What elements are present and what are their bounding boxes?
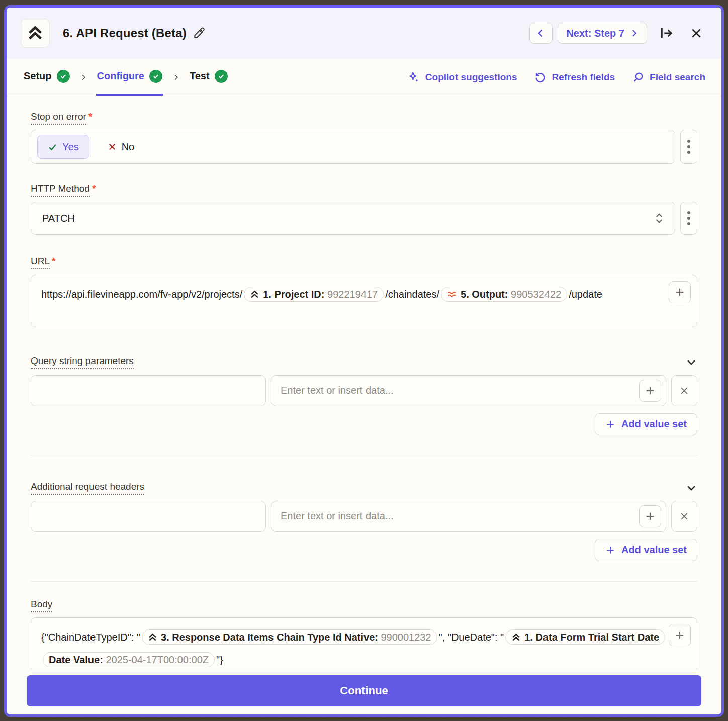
plus-icon (674, 629, 685, 641)
stop-on-error-label: Stop on error* (31, 111, 92, 125)
output-pill[interactable]: 5. Output: 990532422 (441, 287, 567, 302)
filevine-step-icon (511, 633, 521, 642)
step-title: 6. API Request (Beta) (63, 26, 187, 40)
query-param-remove-button[interactable] (671, 375, 697, 406)
open-side-panel-button[interactable] (655, 22, 677, 44)
copilot-suggestions-button[interactable]: Copilot suggestions (407, 71, 517, 84)
query-params-collapse-button[interactable] (685, 356, 697, 368)
tab-separator-icon (80, 74, 87, 81)
request-header-remove-button[interactable] (671, 501, 697, 532)
sparkle-icon (407, 71, 420, 84)
panel-expand-icon (659, 26, 674, 41)
filevine-logo-icon (27, 25, 44, 42)
plus-icon (674, 287, 685, 298)
tab-setup[interactable]: Setup (23, 59, 71, 96)
configure-form: Stop on error* Yes No HTTP Method* (7, 96, 721, 714)
body-field[interactable]: {"ChainDateTypeID": "3. Response Data It… (31, 617, 697, 670)
url-field[interactable]: https://api.filevineapp.com/fv-app/v2/pr… (31, 275, 697, 327)
required-asterisk: * (92, 183, 96, 194)
http-method-select[interactable]: PATCH (31, 202, 675, 235)
query-params-add-value-set-button[interactable]: Add value set (595, 413, 697, 435)
chain-type-id-pill[interactable]: 3. Response Data Items Chain Type Id Nat… (142, 629, 437, 645)
plus-icon (645, 385, 656, 396)
previous-step-button[interactable] (529, 23, 553, 44)
refresh-fields-label: Refresh fields (552, 72, 615, 83)
request-header-key-input[interactable] (31, 501, 266, 532)
body-label: Body (31, 599, 52, 612)
stop-on-error-yes-option[interactable]: Yes (37, 135, 89, 159)
request-header-value-input[interactable]: Enter text or insert data... (271, 501, 666, 532)
tab-configure[interactable]: Configure (96, 59, 163, 96)
tab-setup-label: Setup (24, 70, 52, 82)
body-text-1: {"ChainDateTypeID": " (41, 632, 140, 643)
http-method-label: HTTP Method* (31, 183, 96, 197)
chevron-left-icon (536, 28, 546, 38)
search-icon (632, 71, 645, 83)
query-param-value-input[interactable]: Enter text or insert data... (271, 375, 666, 406)
query-param-insert-data-button[interactable] (639, 380, 661, 402)
chevron-down-icon (685, 482, 697, 494)
body-insert-data-button[interactable] (669, 624, 691, 646)
test-complete-check-icon (215, 70, 228, 83)
modal-header: 6. API Request (Beta) Next: Step 7 (7, 8, 721, 59)
x-icon (679, 386, 689, 396)
edit-title-button[interactable] (193, 27, 206, 40)
filevine-step-icon (148, 633, 157, 642)
chevron-right-icon (629, 29, 639, 38)
continue-button[interactable]: Continue (27, 675, 701, 706)
x-icon (679, 511, 689, 521)
chevron-down-icon (685, 356, 697, 368)
url-label: URL* (31, 256, 55, 269)
add-value-set-label: Add value set (621, 418, 687, 430)
close-button[interactable] (685, 22, 707, 44)
project-id-pill[interactable]: 1. Project ID: 992219417 (244, 287, 384, 302)
required-asterisk: * (52, 256, 55, 267)
configure-complete-check-icon (149, 70, 162, 83)
value-placeholder: Enter text or insert data... (281, 510, 639, 522)
request-headers-label: Additional request headers (31, 481, 144, 495)
stop-on-error-menu-button[interactable] (680, 130, 697, 164)
copilot-suggestions-label: Copilot suggestions (425, 72, 517, 83)
no-label: No (122, 141, 135, 153)
tab-separator-icon (172, 74, 179, 81)
plus-icon (645, 511, 656, 522)
url-text-suffix: /update (569, 289, 602, 300)
body-text-2: ", "DueDate": " (439, 632, 504, 643)
filevine-step-icon (250, 290, 259, 299)
refresh-fields-button[interactable]: Refresh fields (534, 71, 615, 83)
query-param-key-input[interactable] (31, 375, 266, 406)
stop-on-error-no-option[interactable]: No (98, 135, 145, 159)
plus-icon (605, 545, 615, 555)
check-icon (48, 142, 57, 152)
tab-configure-label: Configure (97, 70, 144, 82)
filevine-app-icon (21, 19, 50, 48)
yes-label: Yes (62, 141, 79, 153)
http-method-menu-button[interactable] (680, 202, 697, 235)
url-insert-data-button[interactable] (669, 281, 691, 303)
request-headers-collapse-button[interactable] (685, 482, 697, 494)
step-editor-modal: 6. API Request (Beta) Next: Step 7 (4, 5, 724, 717)
field-search-button[interactable]: Field search (632, 71, 705, 83)
select-caret-icon (655, 213, 664, 224)
section-divider (31, 581, 697, 582)
request-headers-add-value-set-button[interactable]: Add value set (595, 539, 697, 561)
x-icon (108, 142, 117, 151)
formatter-step-icon (447, 290, 457, 299)
tab-test[interactable]: Test (189, 59, 229, 96)
refresh-icon (534, 71, 547, 83)
next-step-button[interactable]: Next: Step 7 (558, 23, 647, 44)
step-tabbar: Setup Configure Test (7, 59, 721, 96)
pencil-icon (193, 27, 206, 40)
field-search-label: Field search (650, 72, 705, 83)
request-header-insert-data-button[interactable] (639, 505, 661, 527)
next-step-label: Next: Step 7 (566, 28, 624, 39)
add-value-set-label: Add value set (621, 544, 687, 556)
close-icon (690, 27, 703, 40)
section-divider (31, 455, 697, 455)
required-asterisk: * (88, 111, 92, 122)
url-text-between: /chaindates/ (385, 289, 439, 300)
tab-test-label: Test (190, 70, 210, 82)
query-params-label: Query string parameters (31, 355, 134, 369)
setup-complete-check-icon (57, 70, 70, 83)
stop-on-error-field: Yes No (31, 130, 675, 164)
